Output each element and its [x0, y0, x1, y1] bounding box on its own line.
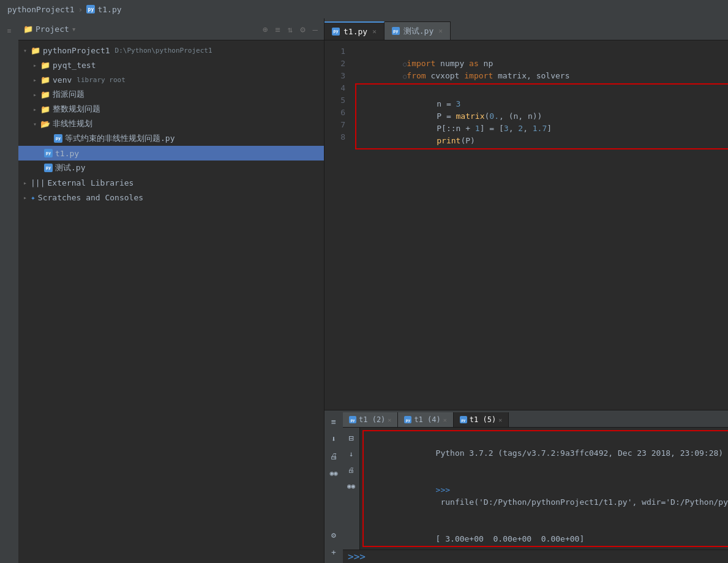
console-tab-t1-5[interactable]: py t1 (5) ✕ [454, 412, 509, 427]
console-tab-t1-4[interactable]: py t1 (4) ✕ [398, 412, 453, 427]
console-side-buttons: ⊟ ↓ 🖨 ◉◉ [343, 428, 360, 550]
chevron-down-icon: ▾ [33, 121, 37, 127]
tab-testpy[interactable]: py 测试.py ✕ [385, 21, 451, 40]
tree-item-zhipai[interactable]: ▸ 📁 指派问题 [18, 87, 324, 102]
chevron-right-icon: ▸ [33, 106, 37, 113]
console-side-btn-2[interactable]: ↓ [345, 447, 358, 461]
chevron-right-icon: ▸ [33, 77, 37, 83]
ext-lib-icon: ||| [31, 178, 45, 187]
project-tree: ▾ 📁 pythonProject1 D:\Python\pythonProje… [18, 40, 324, 563]
bottom-strip-footer: ⚙ + [326, 527, 341, 559]
project-panel: 📁 Project ▾ ⊕ ≡ ⇅ ⚙ — ▾ 📁 pythonProject1… [18, 18, 325, 563]
editor-area: py t1.py ✕ py 测试.py ✕ 1 2 3 4 5 6 7 8 [325, 18, 728, 563]
scratches-icon: ✦ [31, 193, 36, 202]
folder-icon: 📁 [40, 61, 50, 70]
settings-icon[interactable]: ⚙ [299, 23, 306, 36]
bottom-left-strip: ≡ ⬇ 🖨 ◉◉ ⚙ + [325, 410, 343, 563]
left-sidebar-strip: ≡ [0, 18, 18, 563]
folder-icon: 📁 [23, 25, 33, 34]
minimize-icon[interactable]: — [312, 23, 319, 36]
console-side-btn-1[interactable]: ⊟ [345, 431, 358, 445]
console-debug-btn[interactable]: ◉◉ [326, 466, 341, 480]
console-side-btn-3[interactable]: 🖨 [345, 463, 358, 477]
console-scroll-down-btn[interactable]: ⬇ [326, 431, 341, 446]
console-print-btn[interactable]: 🖨 [326, 448, 341, 463]
add-btn[interactable]: + [326, 545, 341, 559]
tab-close-icon[interactable]: ✕ [498, 417, 502, 423]
console-tabs: py t1 (2) ✕ py t1 (4) ✕ py t1 (5) ✕ [343, 410, 728, 428]
runfile-line: >>> runfile('D:/Python/pythonProject1/t1… [369, 472, 728, 521]
console-scroll-top-btn[interactable]: ≡ [326, 414, 341, 429]
tree-item-root[interactable]: ▾ 📁 pythonProject1 D:\Python\pythonProje… [18, 43, 324, 58]
chevron-right-icon: ▸ [33, 91, 37, 98]
sort-icon[interactable]: ⇅ [287, 23, 294, 36]
py-icon: py [349, 416, 356, 423]
tab-close-icon[interactable]: ✕ [443, 417, 447, 423]
py-file-icon: py [44, 164, 53, 172]
console-tab-t1-2[interactable]: py t1 (2) ✕ [343, 412, 398, 427]
code-line-1: ○import numpy as np [355, 45, 728, 58]
chevron-right-icon: ▸ [33, 62, 37, 69]
editor-tabs: py t1.py ✕ py 测试.py ✕ [325, 18, 728, 40]
code-line-4: n = 3 [360, 86, 728, 98]
current-file: py t1.py [86, 5, 121, 14]
tab-close-btn[interactable]: ✕ [438, 27, 443, 35]
folder-icon: 📁 [40, 105, 50, 114]
folder-open-icon: 📂 [40, 119, 50, 129]
py-icon: py [404, 416, 411, 423]
console-area: py t1 (2) ✕ py t1 (4) ✕ py t1 (5) ✕ [343, 410, 728, 563]
console-side-btn-4[interactable]: ◉◉ [345, 479, 358, 493]
code-editor: 1 2 3 4 5 6 7 8 ○import numpy as np ○fro… [325, 40, 728, 410]
tree-item-scratches[interactable]: ▸ ✦ Scratches and Consoles [18, 190, 324, 205]
tab-close-icon[interactable]: ✕ [388, 417, 391, 423]
highlight-block: n = 3 P = matrix(0., (n, n)) P[::n + 1] … [355, 83, 728, 149]
project-panel-title: 📁 Project ▾ [23, 25, 257, 34]
title-bar: pythonProject1 › py t1.py [0, 0, 728, 18]
py-icon: py [332, 28, 340, 36]
project-toolbar: 📁 Project ▾ ⊕ ≡ ⇅ ⚙ — [18, 18, 324, 40]
folder-icon: 📁 [40, 75, 50, 85]
tab-t1py[interactable]: py t1.py ✕ [325, 21, 385, 40]
console-prompt-area: >>> [343, 550, 728, 563]
sidebar-toggle-btn[interactable]: ≡ [2, 23, 17, 38]
tab-close-btn[interactable]: ✕ [372, 28, 377, 36]
chevron-right-icon: ▸ [23, 194, 27, 201]
tree-item-external-libs[interactable]: ▸ ||| External Libraries [18, 175, 324, 190]
main-container: ≡ 📁 Project ▾ ⊕ ≡ ⇅ ⚙ — ▾ 📁 pythonProjec… [0, 18, 728, 563]
output-line-1: [ 3.00e+00 0.00e+00 0.00e+00] [369, 521, 728, 547]
locate-icon[interactable]: ⊕ [261, 23, 269, 36]
python-version-line: Python 3.7.2 (tags/v3.7.2:9a3ffc0492, De… [369, 435, 728, 472]
console-prompt: >>> [348, 551, 366, 562]
tree-item-testpy[interactable]: py 测试.py [18, 161, 324, 175]
project-name: pythonProject1 [7, 5, 75, 14]
breadcrumb-sep: › [78, 5, 83, 14]
root-folder-icon: 📁 [31, 46, 40, 55]
bottom-panel: ≡ ⬇ 🖨 ◉◉ ⚙ + py t1 (2) ✕ [325, 410, 728, 563]
tree-item-t1py[interactable]: py t1.py [18, 146, 324, 161]
py-file-icon: py [44, 149, 53, 157]
tree-item-pyqt[interactable]: ▸ 📁 pyqt_test [18, 58, 324, 72]
line-numbers: 1 2 3 4 5 6 7 8 [325, 40, 350, 410]
py-icon: py [392, 27, 400, 35]
chevron-down-icon: ▾ [23, 47, 27, 54]
tree-item-nonlinear-file[interactable]: py 等式约束的非线性规划问题.py [18, 131, 324, 146]
py-file-icon: py [54, 134, 62, 143]
py-icon: py [460, 416, 467, 423]
folder-icon: 📁 [40, 90, 50, 99]
code-content[interactable]: ○import numpy as np ○from cvxopt import … [350, 40, 728, 410]
collapse-all-icon[interactable]: ≡ [274, 23, 281, 36]
settings-btn[interactable]: ⚙ [326, 527, 341, 542]
py-file-icon: py [86, 5, 95, 13]
tree-item-venv[interactable]: ▸ 📁 venv library root [18, 72, 324, 87]
console-output[interactable]: Python 3.7.2 (tags/v3.7.2:9a3ffc0492, De… [362, 430, 728, 547]
tree-item-nonlinear[interactable]: ▾ 📂 非线性规划 [18, 116, 324, 131]
tree-item-integer[interactable]: ▸ 📁 整数规划问题 [18, 102, 324, 116]
chevron-right-icon: ▸ [23, 179, 27, 186]
console-content: ⊟ ↓ 🖨 ◉◉ Python 3.7.2 (tags/v3.7.2:9a3ff… [343, 428, 728, 550]
